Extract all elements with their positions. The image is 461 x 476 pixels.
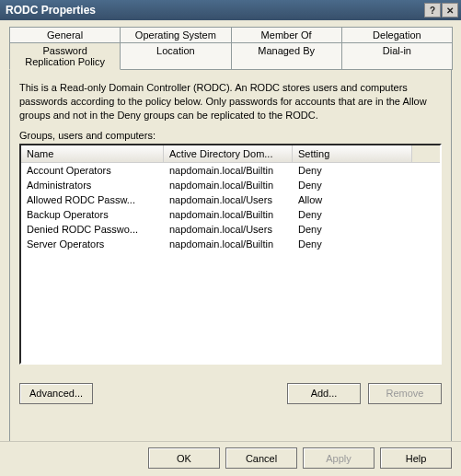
- spacer: [100, 383, 280, 404]
- table-row[interactable]: Denied RODC Passwo...napdomain.local/Use…: [21, 222, 440, 237]
- cell-name: Server Operators: [21, 237, 164, 251]
- tab-row-1: GeneralOperating SystemMember OfDelegati…: [9, 26, 452, 41]
- table-row[interactable]: Account Operatorsnapdomain.local/Builtin…: [21, 163, 440, 178]
- cell-name: Denied RODC Passwo...: [21, 222, 164, 237]
- column-header-domain[interactable]: Active Directory Dom...: [164, 145, 293, 162]
- cell-setting: Deny: [293, 178, 412, 192]
- tab-row2-1[interactable]: Location: [120, 42, 231, 70]
- cell-domain: napdomain.local/Builtin: [164, 178, 293, 192]
- cell-domain: napdomain.local/Users: [164, 192, 293, 207]
- cell-domain: napdomain.local/Builtin: [164, 163, 293, 178]
- cell-name: Account Operators: [21, 163, 164, 178]
- close-icon[interactable]: ✕: [442, 3, 458, 17]
- cancel-button[interactable]: Cancel: [225, 447, 297, 469]
- apply-button: Apply: [303, 447, 375, 469]
- tab-row2-3[interactable]: Dial-in: [341, 42, 453, 70]
- list-body: Account Operatorsnapdomain.local/Builtin…: [21, 163, 440, 251]
- list-header-row: Name Active Directory Dom... Setting: [21, 145, 440, 163]
- titlebar-button-group: ? ✕: [424, 3, 458, 17]
- tab-row-2: Password Replication PolicyLocationManag…: [9, 41, 452, 69]
- add-button[interactable]: Add...: [287, 383, 361, 404]
- window-title: RODC Properties: [6, 4, 96, 17]
- cell-domain: napdomain.local/Builtin: [164, 207, 293, 222]
- table-row[interactable]: Backup Operatorsnapdomain.local/BuiltinD…: [21, 207, 440, 222]
- remove-button: Remove: [368, 383, 442, 404]
- cell-domain: napdomain.local/Builtin: [164, 237, 293, 251]
- dialog-content: GeneralOperating SystemMember OfDelegati…: [0, 20, 461, 472]
- ok-button[interactable]: OK: [148, 447, 220, 469]
- cell-name: Allowed RODC Passw...: [21, 192, 164, 207]
- table-row[interactable]: Allowed RODC Passw...napdomain.local/Use…: [21, 192, 440, 207]
- tab-row1-1[interactable]: Operating System: [120, 27, 231, 42]
- help-button[interactable]: Help: [380, 447, 452, 469]
- tab-row2-2[interactable]: Managed By: [231, 42, 342, 70]
- tab-panel-password-replication-policy: This is a Read-only Domain Controller (R…: [9, 69, 452, 465]
- help-icon[interactable]: ?: [424, 3, 441, 17]
- advanced-button[interactable]: Advanced...: [19, 383, 93, 404]
- column-header-setting[interactable]: Setting: [293, 145, 412, 162]
- table-row[interactable]: Administratorsnapdomain.local/BuiltinDen…: [21, 178, 440, 192]
- list-label: Groups, users and computers:: [19, 130, 442, 141]
- cell-name: Administrators: [21, 178, 164, 192]
- tab-row1-2[interactable]: Member Of: [231, 27, 342, 42]
- tab-row1-3[interactable]: Delegation: [341, 27, 453, 42]
- dialog-footer: OK Cancel Apply Help: [0, 441, 461, 476]
- cell-name: Backup Operators: [21, 207, 164, 222]
- cell-setting: Deny: [293, 222, 412, 237]
- column-header-name[interactable]: Name: [21, 145, 164, 162]
- tab-row2-0[interactable]: Password Replication Policy: [9, 42, 121, 70]
- cell-setting: Deny: [293, 237, 412, 251]
- cell-setting: Deny: [293, 163, 412, 178]
- tab-row1-0[interactable]: General: [9, 27, 121, 42]
- panel-button-row: Advanced... Add... Remove: [19, 383, 442, 404]
- policy-list[interactable]: Name Active Directory Dom... Setting Acc…: [19, 144, 442, 365]
- table-row[interactable]: Server Operatorsnapdomain.local/BuiltinD…: [21, 237, 440, 251]
- titlebar[interactable]: RODC Properties ? ✕: [0, 0, 461, 20]
- cell-domain: napdomain.local/Users: [164, 222, 293, 237]
- cell-setting: Allow: [293, 192, 412, 207]
- policy-description: This is a Read-only Domain Controller (R…: [19, 81, 442, 122]
- cell-setting: Deny: [293, 207, 412, 222]
